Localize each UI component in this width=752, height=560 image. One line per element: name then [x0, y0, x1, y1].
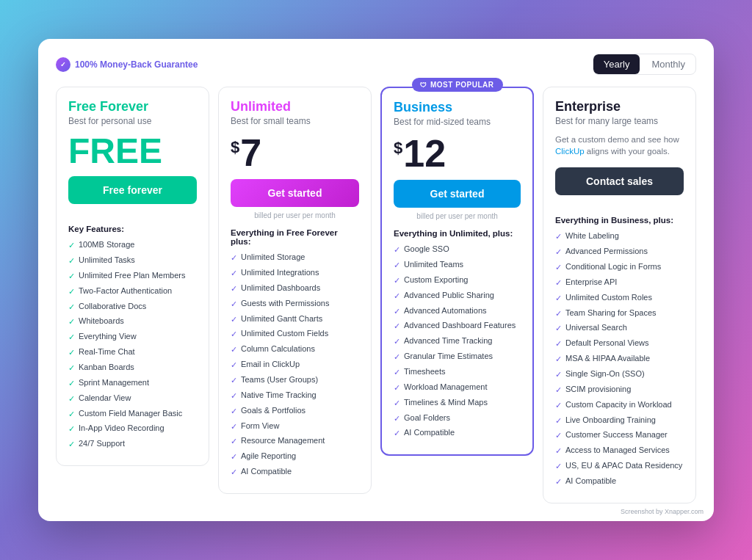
list-item: ✓Column Calculations — [231, 343, 359, 355]
business-plan-button[interactable]: Get started — [394, 180, 521, 208]
check-icon: ✓ — [555, 262, 562, 273]
enterprise-plan-col: Enterprise Best for many large teams Get… — [543, 87, 696, 503]
list-item: ✓Everything View — [68, 331, 197, 343]
check-icon: ✓ — [68, 347, 75, 358]
list-item: ✓Custom Exporting — [394, 274, 521, 286]
check-icon: ✓ — [231, 406, 237, 417]
check-icon: ✓ — [68, 378, 75, 389]
plans-grid: Free Forever Best for personal use FREE … — [56, 87, 696, 503]
check-icon: ✓ — [231, 329, 237, 340]
list-item: ✓Agile Reporting — [231, 451, 359, 462]
check-icon: ✓ — [231, 390, 237, 401]
free-plan-price: FREE — [68, 134, 197, 169]
check-icon: ✓ — [555, 369, 562, 380]
check-icon: ✓ — [394, 244, 400, 255]
enterprise-features-list: ✓White Labeling ✓Advanced Permissions ✓C… — [555, 230, 684, 487]
check-icon: ✓ — [394, 291, 400, 302]
list-item: ✓Goal Folders — [394, 412, 521, 424]
check-icon: ✓ — [394, 382, 400, 393]
enterprise-plan-button[interactable]: Contact sales — [555, 167, 684, 195]
list-item: ✓Customer Success Manager — [555, 429, 684, 441]
list-item: ✓Advanced Dashboard Features — [394, 320, 521, 332]
check-icon: ✓ — [555, 293, 562, 304]
list-item: ✓Universal Search — [555, 322, 684, 334]
list-item: ✓MSA & HIPAA Available — [555, 353, 684, 365]
business-plan-price: $12 — [394, 134, 521, 172]
free-plan-name: Free Forever — [68, 99, 197, 114]
check-icon: ✓ — [555, 354, 562, 365]
check-icon: ✓ — [231, 344, 237, 355]
list-item: ✓Unlimited Teams — [394, 259, 521, 271]
free-features-label: Key Features: — [68, 225, 197, 233]
check-icon: ✓ — [394, 306, 400, 317]
check-icon: ✓ — [68, 332, 75, 343]
unlimited-features-list: ✓Unlimited Storage ✓Unlimited Integratio… — [231, 252, 359, 478]
check-icon: ✓ — [68, 302, 75, 313]
list-item: ✓Goals & Portfolios — [231, 405, 359, 417]
list-item: ✓Conditional Logic in Forms — [555, 261, 684, 273]
check-icon: ✓ — [231, 360, 237, 371]
unlimited-plan-price: $7 — [231, 134, 359, 172]
enterprise-description: Get a custom demo and see how ClickUp al… — [555, 134, 684, 157]
list-item: ✓Native Time Tracking — [231, 390, 359, 401]
check-icon: ✓ — [231, 252, 237, 263]
check-icon: ✓ — [555, 446, 562, 457]
free-plan-button[interactable]: Free forever — [68, 176, 197, 204]
list-item: ✓Custom Capacity in Workload — [555, 399, 684, 411]
list-item: ✓Teams (User Groups) — [231, 374, 359, 386]
business-plan-name: Business — [394, 100, 521, 115]
check-icon: ✓ — [394, 413, 400, 424]
check-icon: ✓ — [68, 409, 75, 420]
check-icon: ✓ — [68, 363, 75, 374]
check-icon: ✓ — [231, 314, 237, 325]
list-item: ✓Guests with Permissions — [231, 298, 359, 310]
check-icon: ✓ — [68, 393, 75, 404]
unlimited-plan-button[interactable]: Get started — [231, 179, 359, 207]
list-item: ✓Advanced Automations — [394, 305, 521, 317]
check-icon: ✓ — [231, 283, 237, 294]
check-icon: ✓ — [555, 323, 562, 334]
billing-toggle[interactable]: Yearly Monthly — [593, 54, 696, 75]
unlimited-plan-col: Unlimited Best for small teams $7 Get st… — [218, 87, 372, 494]
check-icon: ✓ — [231, 375, 237, 386]
list-item: ✓24/7 Support — [68, 438, 197, 450]
unlimited-features-label: Everything in Free Forever plus: — [231, 228, 359, 246]
list-item: ✓Timelines & Mind Maps — [394, 397, 521, 409]
list-item: ✓Unlimited Storage — [231, 252, 359, 263]
check-icon: ✓ — [555, 385, 562, 396]
list-item: ✓Unlimited Gantt Charts — [231, 313, 359, 325]
list-item: ✓Unlimited Dashboards — [231, 283, 359, 294]
check-icon: ✓ — [231, 268, 237, 279]
list-item: ✓Unlimited Integrations — [231, 267, 359, 279]
check-icon: ✓ — [68, 271, 75, 282]
check-icon: ✓ — [394, 336, 400, 347]
monthly-button[interactable]: Monthly — [641, 54, 695, 74]
list-item: ✓Single Sign-On (SSO) — [555, 368, 684, 380]
list-item: ✓Whiteboards — [68, 316, 197, 327]
list-item: ✓Timesheets — [394, 366, 521, 378]
unlimited-plan-tagline: Best for small teams — [231, 116, 359, 126]
list-item: ✓SCIM provisioning — [555, 384, 684, 396]
check-icon: ✓ — [555, 247, 562, 258]
card-header: ✓ 100% Money-Back Guarantee Yearly Month… — [56, 54, 696, 75]
list-item: ✓Granular Time Estimates — [394, 351, 521, 363]
list-item: ✓Default Personal Views — [555, 338, 684, 349]
check-icon: ✓ — [394, 367, 400, 378]
check-icon: ✓ — [555, 400, 562, 411]
list-item: ✓Form View — [231, 421, 359, 432]
check-icon: ✓ — [231, 299, 237, 310]
list-item: ✓Unlimited Custom Fields — [231, 328, 359, 340]
pricing-card: ✓ 100% Money-Back Guarantee Yearly Month… — [38, 39, 714, 521]
list-item: ✓Google SSO — [394, 244, 521, 255]
list-item: ✓Collaborative Docs — [68, 301, 197, 313]
list-item: ✓Real-Time Chat — [68, 346, 197, 358]
list-item: ✓AI Compatible — [231, 466, 359, 478]
list-item: ✓Resource Management — [231, 435, 359, 447]
yearly-button[interactable]: Yearly — [593, 54, 640, 74]
check-icon: ✓ — [394, 428, 400, 439]
check-icon: ✓ — [68, 316, 75, 327]
popular-badge: 🛡 MOST POPULAR — [411, 78, 502, 92]
enterprise-features-label: Everything in Business, plus: — [555, 216, 684, 225]
check-icon: ✓ — [555, 430, 562, 441]
check-icon: ✓ — [555, 277, 562, 288]
